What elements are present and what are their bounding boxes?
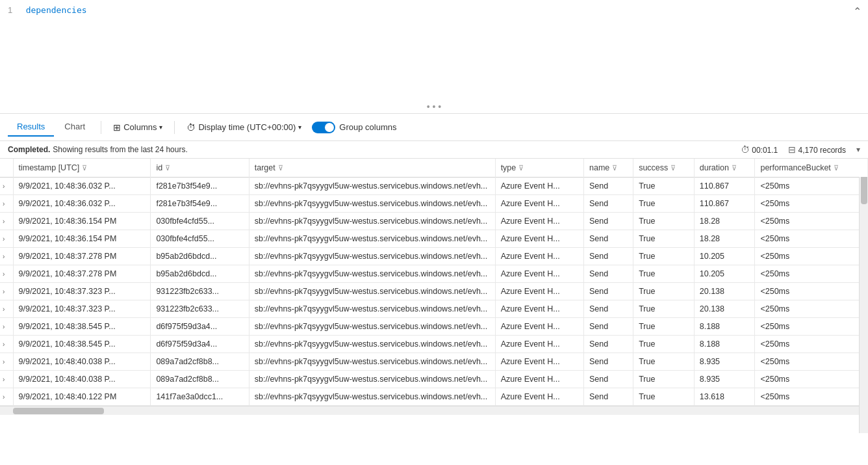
cell-timestamp: 9/9/2021, 10:48:36.154 PM	[13, 230, 151, 248]
table-row[interactable]: › 9/9/2021, 10:48:36.032 P... f281e7b3f5…	[0, 178, 868, 195]
filter-icon-timestamp[interactable]: ⊽	[82, 164, 87, 172]
col-header-duration: duration ⊽	[694, 159, 755, 178]
cell-duration: 13.618	[694, 388, 755, 406]
columns-button[interactable]: ⊞ Columns ▾	[107, 120, 169, 135]
cell-target: sb://evhns-pk7qsyygvl5uw-westus.serviceb…	[249, 353, 495, 371]
timer-icon: ⏱	[741, 144, 750, 155]
row-expander[interactable]: ›	[0, 300, 13, 318]
cell-timestamp: 9/9/2021, 10:48:36.032 P...	[13, 195, 151, 213]
cell-success: True	[633, 371, 695, 388]
table-row[interactable]: › 9/9/2021, 10:48:38.545 P... d6f975f59d…	[0, 336, 868, 353]
filter-icon-performanceBucket[interactable]: ⊽	[834, 164, 839, 172]
row-expander[interactable]: ›	[0, 283, 13, 300]
query-line: 1 dependencies	[8, 5, 860, 15]
row-expander[interactable]: ›	[0, 336, 13, 353]
expander-col-header	[0, 159, 13, 178]
cell-performance-bucket: <250ms	[755, 371, 868, 388]
cell-duration: 20.138	[694, 300, 755, 318]
query-text[interactable]: dependencies	[26, 5, 87, 15]
cell-timestamp: 9/9/2021, 10:48:38.545 P...	[13, 336, 151, 353]
cell-performance-bucket: <250ms	[755, 213, 868, 230]
horizontal-scrollbar[interactable]	[0, 406, 868, 415]
table-row[interactable]: › 9/9/2021, 10:48:37.323 P... 931223fb2c…	[0, 283, 868, 300]
table-row[interactable]: › 9/9/2021, 10:48:37.278 PM b95ab2d6bdcd…	[0, 248, 868, 265]
filter-icon-type[interactable]: ⊽	[518, 164, 524, 172]
cell-id: 931223fb2c633...	[151, 300, 249, 318]
row-expander[interactable]: ›	[0, 353, 13, 371]
expand-arrow[interactable]: ›	[3, 358, 7, 365]
cell-name: Send	[584, 388, 633, 406]
toolbar-separator-1	[101, 121, 101, 134]
query-editor[interactable]: 1 dependencies • • • ⌃	[0, 0, 868, 114]
cell-target: sb://evhns-pk7qsyygvl5uw-westus.serviceb…	[249, 195, 495, 213]
toggle-track[interactable]	[312, 122, 335, 133]
table-row[interactable]: › 9/9/2021, 10:48:36.154 PM 030fbfe4cfd5…	[0, 230, 868, 248]
expand-arrow[interactable]: ›	[3, 323, 7, 330]
vertical-scrollbar[interactable]	[859, 159, 868, 433]
duration-value: 00:01.1	[752, 146, 778, 155]
cell-success: True	[633, 178, 695, 195]
col-header-type: type ⊽	[495, 159, 583, 178]
row-expander[interactable]: ›	[0, 195, 13, 213]
table-row[interactable]: › 9/9/2021, 10:48:36.032 P... f281e7b3f5…	[0, 195, 868, 213]
expand-arrow[interactable]: ›	[3, 218, 7, 225]
tab-results[interactable]: Results	[8, 118, 54, 137]
expand-arrow[interactable]: ›	[3, 376, 7, 383]
expand-arrow[interactable]: ›	[3, 200, 7, 207]
expand-arrow[interactable]: ›	[3, 253, 7, 260]
cell-success: True	[633, 195, 695, 213]
cell-success: True	[633, 300, 695, 318]
cell-type: Azure Event H...	[495, 213, 583, 230]
row-expander[interactable]: ›	[0, 388, 13, 406]
cell-success: True	[633, 213, 695, 230]
expand-arrow[interactable]: ›	[3, 288, 7, 295]
table-row[interactable]: › 9/9/2021, 10:48:37.278 PM b95ab2d6bdcd…	[0, 265, 868, 283]
cell-id: b95ab2d6bdcd...	[151, 265, 249, 283]
row-expander[interactable]: ›	[0, 178, 13, 195]
cell-timestamp: 9/9/2021, 10:48:37.278 PM	[13, 265, 151, 283]
resize-handle[interactable]: • • •	[427, 101, 441, 112]
cell-target: sb://evhns-pk7qsyygvl5uw-westus.serviceb…	[249, 265, 495, 283]
expand-arrow[interactable]: ›	[3, 306, 7, 313]
line-number: 1	[8, 5, 23, 15]
horizontal-scrollbar-thumb[interactable]	[13, 408, 104, 414]
expand-arrow[interactable]: ›	[3, 235, 7, 243]
filter-icon-duration[interactable]: ⊽	[732, 164, 737, 172]
table-row[interactable]: › 9/9/2021, 10:48:40.038 P... 089a7ad2cf…	[0, 353, 868, 371]
table-row[interactable]: › 9/9/2021, 10:48:40.122 PM 141f7ae3a0dc…	[0, 388, 868, 406]
filter-icon-target[interactable]: ⊽	[278, 164, 283, 172]
cell-timestamp: 9/9/2021, 10:48:40.122 PM	[13, 388, 151, 406]
collapse-button[interactable]: ⌃	[853, 5, 862, 18]
results-table-wrapper[interactable]: timestamp [UTC] ⊽ id ⊽ target ⊽	[0, 159, 868, 442]
cell-name: Send	[584, 318, 633, 336]
table-row[interactable]: › 9/9/2021, 10:48:38.545 P... d6f975f59d…	[0, 318, 868, 336]
status-message: Showing results from the last 24 hours.	[53, 145, 187, 154]
group-columns-toggle[interactable]: Group columns	[312, 122, 396, 133]
cell-duration: 8.188	[694, 336, 755, 353]
expand-arrow[interactable]: ›	[3, 393, 7, 401]
row-expander[interactable]: ›	[0, 265, 13, 283]
row-expander[interactable]: ›	[0, 230, 13, 248]
cell-duration: 8.188	[694, 318, 755, 336]
row-expander[interactable]: ›	[0, 318, 13, 336]
expand-results-button[interactable]: ▾	[856, 145, 860, 154]
cell-name: Send	[584, 300, 633, 318]
cell-success: True	[633, 248, 695, 265]
row-expander[interactable]: ›	[0, 213, 13, 230]
expand-arrow[interactable]: ›	[3, 271, 7, 278]
expand-arrow[interactable]: ›	[3, 183, 7, 190]
filter-icon-name[interactable]: ⊽	[612, 164, 617, 172]
display-time-button[interactable]: ⏱ Display time (UTC+00:00) ▾	[180, 120, 308, 135]
expand-arrow[interactable]: ›	[3, 341, 7, 348]
table-row[interactable]: › 9/9/2021, 10:48:40.038 P... 089a7ad2cf…	[0, 371, 868, 388]
row-expander[interactable]: ›	[0, 371, 13, 388]
row-expander[interactable]: ›	[0, 248, 13, 265]
tab-chart[interactable]: Chart	[55, 118, 94, 137]
table-row[interactable]: › 9/9/2021, 10:48:36.154 PM 030fbfe4cfd5…	[0, 213, 868, 230]
table-row[interactable]: › 9/9/2021, 10:48:37.323 P... 931223fb2c…	[0, 300, 868, 318]
filter-icon-success[interactable]: ⊽	[670, 164, 676, 172]
cell-duration: 8.935	[694, 353, 755, 371]
cell-name: Send	[584, 230, 633, 248]
col-header-performanceBucket: performanceBucket ⊽	[755, 159, 868, 178]
filter-icon-id[interactable]: ⊽	[165, 164, 170, 172]
